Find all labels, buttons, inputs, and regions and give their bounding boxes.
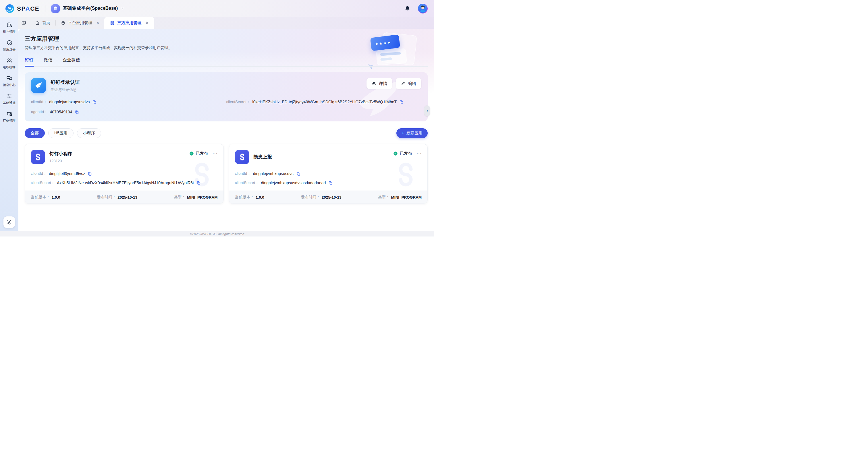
collapse-tabs-icon[interactable] [21, 21, 26, 25]
client-secret-value: l0keHEKZshUz_ED-tcjZjtyay40WGm_hSDClgzt6… [252, 100, 397, 104]
app-subtitle: 123123 [50, 159, 72, 163]
chat-bubbles-icon [6, 75, 12, 81]
mini-program-app-icon [235, 150, 249, 164]
copy-icon[interactable] [328, 181, 333, 185]
tab-label: 首页 [42, 21, 50, 26]
client-secret-field: clientSecret： l0keHEKZshUz_ED-tcjZjtyay4… [226, 99, 422, 104]
check-circle-icon [393, 151, 398, 156]
user-avatar[interactable] [418, 4, 428, 13]
magic-pen-button[interactable] [3, 216, 15, 228]
client-secret-label: clientSecret： [235, 180, 259, 185]
sidebar-item-infrastructure[interactable]: 基础设施 [0, 91, 19, 108]
published-value: 2025-10-13 [118, 195, 137, 200]
workspace-switcher[interactable]: 基础集成平台(SpaceBase) [51, 4, 124, 13]
client-id-label: clientId： [235, 171, 251, 176]
version-label: 当前版本： [235, 195, 254, 200]
tab-label: 三方应用管理 [117, 21, 141, 26]
create-app-button[interactable]: + 新建应用 [396, 128, 428, 138]
platform-tab-dingtalk[interactable]: 钉钉 [25, 58, 33, 63]
app-card-footer: 当前版本：1.0.0 发布时间：2025-10-13 类型：MINI_PROGR… [25, 191, 223, 203]
copy-icon[interactable] [92, 100, 96, 104]
client-secret-field: clientSecret： dingnlejvmhxupsusdvsasdada… [235, 180, 422, 185]
collapse-panel-handle[interactable]: ‹ [424, 105, 430, 116]
copy-icon[interactable] [75, 110, 79, 114]
sidebar-item-label: 组织机构 [3, 65, 16, 69]
filter-mini-program[interactable]: 小程序 [77, 128, 101, 138]
sidebar-item-storage-management[interactable]: 存储管理 [0, 108, 19, 126]
copy-icon[interactable] [399, 100, 404, 104]
published-value: 2025-10-13 [322, 195, 342, 200]
client-secret-field: clientSecret： AxKh5LfMJINe-wkDzX0s4kl0sr… [31, 180, 218, 185]
sidebar-item-organization[interactable]: 组织机构 [0, 55, 19, 73]
credential-subtitle: 凭证与登录信息 [51, 87, 80, 93]
edit-button-label: 编辑 [408, 81, 416, 87]
close-tab-icon[interactable]: × [146, 21, 148, 25]
platform-tab-wechat[interactable]: 微信 [44, 58, 52, 63]
copy-icon[interactable] [196, 181, 201, 185]
home-icon [35, 21, 40, 25]
brand-logo[interactable]: SPACE [5, 4, 39, 13]
plus-icon: + [402, 131, 404, 136]
sidebar-item-tenant-management[interactable]: 租户管理 [0, 19, 19, 37]
client-id-value: dingtijfetl3yemd5vsz [49, 171, 85, 176]
published-label: 发布时间： [97, 195, 116, 200]
version-value: 1.0.0 [52, 195, 60, 200]
check-circle-icon [189, 151, 194, 156]
filter-all[interactable]: 全部 [25, 128, 45, 138]
detail-button-label: 详情 [379, 81, 387, 87]
platform-tab-wecom[interactable]: 企业微信 [63, 58, 80, 63]
app-window: SPACE 基础集成平台(SpaceBase) [0, 0, 434, 236]
copyright-text: ©2025 JWSPACE. All rights reserved [190, 232, 244, 236]
copy-icon[interactable] [88, 172, 92, 176]
tab-home[interactable]: 首页 [30, 17, 56, 29]
status-badge: 已发布 [393, 151, 412, 156]
tab-bar: 首页 平台应用管理 × [19, 17, 434, 29]
chevron-down-icon [121, 7, 124, 10]
package-cube-icon [61, 21, 65, 25]
client-id-value: dingnlejvmhxupsusdvs [253, 171, 293, 176]
tab-label: 平台应用管理 [68, 21, 92, 26]
status-label: 已发布 [196, 151, 208, 156]
tab-platform-app-management[interactable]: 平台应用管理 × [56, 17, 104, 29]
create-app-label: 新建应用 [406, 131, 423, 136]
close-tab-icon[interactable]: × [96, 21, 99, 25]
filter-h5-app[interactable]: H5应用 [48, 128, 73, 138]
sidebar-item-app-identity[interactable]: 应用身份 [0, 37, 19, 55]
tab-third-party-app-management[interactable]: 三方应用管理 × [104, 17, 154, 29]
type-value: MINI_PROGRAM [391, 195, 422, 200]
platform-tabs: 钉钉 微信 企业微信 [25, 58, 428, 67]
client-id-value: dingnlejvmhxupsusdvs [49, 100, 90, 104]
status-badge: 已发布 [189, 151, 208, 156]
more-menu-icon[interactable]: ⋯ [416, 151, 422, 156]
more-menu-icon[interactable]: ⋯ [213, 151, 218, 156]
filter-row: 全部 H5应用 小程序 + 新建应用 [25, 128, 428, 138]
sidebar-item-label: 应用身份 [3, 47, 16, 52]
brand-name: SPACE [17, 5, 39, 12]
agent-id-value: 4070549104 [50, 110, 72, 114]
type-label: 类型： [174, 195, 186, 200]
agent-id-label: agentId： [31, 109, 48, 114]
client-id-field: clientId： dingnlejvmhxupsusdvs [31, 99, 226, 104]
storage-lock-icon [6, 111, 12, 117]
client-id-label: clientId： [31, 171, 47, 176]
cube-icon [51, 4, 60, 13]
published-label: 发布时间： [301, 195, 320, 200]
copy-icon[interactable] [296, 172, 301, 176]
sliders-icon [6, 93, 12, 99]
sidebar-item-label: 租户管理 [3, 30, 16, 34]
sidebar-item-label: 消息中心 [3, 83, 16, 87]
tenant-building-icon [6, 22, 12, 28]
sidebar-divider [3, 213, 15, 213]
magic-pen-icon [6, 219, 12, 225]
sidebar: 租户管理 应用身份 [0, 17, 19, 231]
grid-apps-icon [110, 21, 115, 25]
sidebar-item-label: 基础设施 [3, 101, 16, 105]
edit-button[interactable]: 编辑 [396, 78, 421, 89]
client-id-field: clientId： dingtijfetl3yemd5vsz [31, 171, 218, 176]
client-secret-label: clientSecret： [226, 99, 250, 104]
notification-bell-icon[interactable] [404, 5, 410, 11]
sidebar-item-message-center[interactable]: 消息中心 [0, 73, 19, 91]
detail-button[interactable]: 详情 [367, 78, 392, 89]
credential-title: 钉钉登录认证 [51, 79, 80, 86]
version-value: 1.0.0 [256, 195, 264, 200]
